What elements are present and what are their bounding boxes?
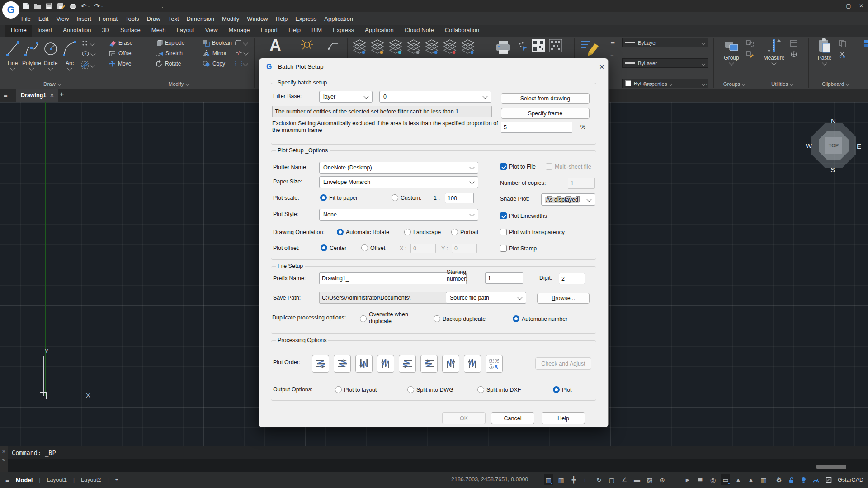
chevron-down-icon[interactable] [67,66,72,70]
cut-icon[interactable] [839,51,846,58]
shade-plot-select[interactable]: As displayed [541,193,595,206]
split-dxf-radio[interactable] [477,386,484,393]
save-path-input[interactable]: C:\Users\Administrator\Documents\ [319,292,467,304]
annotation-visibility-icon[interactable]: ▲ [746,474,755,485]
performance-gauge-icon[interactable] [812,477,820,483]
ribbon-tab-help[interactable]: Help [283,25,306,37]
plot-linewidths-checkbox[interactable] [500,212,507,219]
portrait-radio[interactable] [451,229,458,235]
center-radio[interactable] [321,244,327,251]
overwrite-radio[interactable] [360,315,367,322]
layer-tool-icon[interactable] [443,39,457,55]
rotate-tool-button[interactable]: Rotate [156,60,181,68]
menu-item-text[interactable]: Text [168,15,179,22]
plot-radio[interactable] [553,386,560,393]
viewport-maximize-icon[interactable]: ▭ [721,474,730,485]
point-cloud-icon[interactable] [518,42,528,52]
hardware-light-icon[interactable] [801,477,807,483]
collab-icon[interactable] [864,40,868,47]
ribbon-tab-view[interactable]: View [200,25,223,37]
boolean-tool-button[interactable]: Boolean [203,39,232,47]
ribbon-tab-mesh[interactable]: Mesh [146,25,171,37]
paste-button[interactable]: Paste [814,38,835,65]
compass-west[interactable]: W [806,142,812,150]
layout1-tab[interactable]: Layout1 [47,477,66,483]
order-right-serpentine-down-icon[interactable] [312,355,329,373]
mirror-tool-button[interactable]: Mirror [203,49,226,57]
annotation-scale-icon[interactable]: ▲ [734,474,743,485]
measure-button[interactable]: Measure [761,38,787,65]
command-scrollbar[interactable] [816,465,846,469]
new-file-icon[interactable] [23,2,29,10]
offset-tool-button[interactable]: Offset [108,49,133,57]
ribbon-tab-layout[interactable]: Layout [171,25,200,37]
transparency-toggle-icon[interactable]: ▨ [645,474,654,485]
app-logo-icon[interactable]: G [2,1,19,19]
compass-east[interactable]: E [857,142,861,150]
digit-input[interactable] [559,273,585,284]
minimize-button[interactable]: ─ [831,2,841,10]
chevron-down-icon[interactable] [10,66,15,70]
copy-clip-icon[interactable] [839,40,846,47]
plot-device-icon[interactable] [494,38,513,57]
chevron-down-icon[interactable] [822,60,827,65]
chevron-down-icon[interactable] [90,62,94,67]
zoom-preview-icon[interactable]: ◎ [708,474,717,485]
command-prompt[interactable]: Command: _BP [12,449,56,456]
ungroup-icon[interactable] [746,40,754,47]
utilities-panel-label[interactable]: Utilities [761,81,803,87]
exclusion-input[interactable] [501,122,572,133]
draw-panel-label[interactable]: Draw [27,81,77,87]
browse-button[interactable]: Browse... [537,293,590,304]
menu-item-application[interactable]: Application [324,15,353,22]
clipboard-panel-label[interactable]: Clipboard [813,81,858,87]
ribbon-tab-home[interactable]: Home [5,25,32,37]
menu-item-window[interactable]: Window [247,15,268,22]
selection-cycling-icon[interactable]: ► [683,474,692,485]
ribbon-tab-cloud-note[interactable]: Cloud Note [399,25,439,37]
groups-panel-label[interactable]: Groups [714,81,754,87]
auto-rotate-radio[interactable] [337,229,344,235]
group-button[interactable]: Group [720,38,743,65]
edit-command-icon[interactable]: ✎ [2,458,5,463]
starting-number-input[interactable] [485,272,523,284]
menu-item-modify[interactable]: Modify [222,15,239,22]
menu-item-format[interactable]: Format [99,15,118,22]
undo-arrow-icon[interactable]: ↶⌄ [81,2,90,10]
order-down-serpentine-left-icon[interactable] [377,355,394,373]
copy-tool-button[interactable]: Copy [203,60,225,68]
menu-item-express[interactable]: Express [295,15,316,22]
ribbon-tab-surface[interactable]: Surface [115,25,146,37]
color-control-select[interactable]: ByLayer [622,38,708,47]
new-layout-button[interactable]: + [115,477,118,483]
close-button[interactable]: ✕ [856,2,866,10]
menu-item-insert[interactable]: Insert [76,15,91,22]
order-left-serpentine-down-icon[interactable] [399,355,416,373]
id-point-icon[interactable] [790,51,797,58]
fillet-tool-button[interactable] [235,40,247,46]
document-tab-drawing1[interactable]: Drawing1 ✕ [16,89,58,102]
ortho-mode-icon[interactable]: ∟ [582,474,591,485]
split-dwg-radio[interactable] [407,386,414,393]
plot-to-layout-radio[interactable] [335,386,342,393]
linetype-manager-icon[interactable]: ≡ [610,51,614,57]
chevron-down-icon[interactable] [729,60,734,65]
group-edit-icon[interactable] [746,51,754,58]
layer-tool-icon[interactable] [389,39,402,55]
qr-code-icon[interactable] [532,39,545,52]
view-compass[interactable]: TOP N W E S [807,119,860,172]
menu-item-file[interactable]: File [21,15,31,22]
plot-transparency-checkbox[interactable] [500,229,507,235]
line-tool-button[interactable]: Line [4,38,22,70]
arc-tool-button[interactable]: Arc [61,38,79,70]
hatch-tool-button[interactable] [81,61,94,69]
layout2-tab[interactable]: Layout2 [81,477,101,483]
menu-item-edit[interactable]: Edit [38,15,48,22]
tab-menu-icon[interactable]: ≡ [4,91,8,99]
filter-type-select[interactable]: layer [319,91,373,103]
cell-table-icon[interactable]: ▦ [759,474,768,485]
order-manual-pick-icon[interactable]: 123 [486,355,503,373]
cancel-button[interactable]: Cancel [491,412,534,424]
quick-select-icon[interactable] [790,40,797,47]
ellipse-tool-button[interactable] [81,51,95,57]
